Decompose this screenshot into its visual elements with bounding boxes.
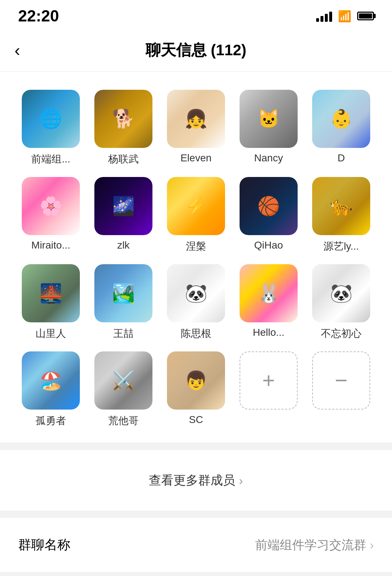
member-item[interactable]: 🏖️孤勇者 bbox=[18, 351, 83, 428]
group-name-label: 群聊名称 bbox=[18, 536, 70, 554]
member-name: zlk bbox=[117, 239, 130, 251]
member-item[interactable]: 🏞️王喆 bbox=[91, 264, 156, 341]
member-name: Hello... bbox=[253, 327, 284, 338]
member-name: 荒他哥 bbox=[108, 414, 139, 428]
member-item[interactable]: 🐼不忘初心 bbox=[309, 264, 374, 341]
member-name: 孤勇者 bbox=[36, 414, 66, 428]
view-more-text: 查看更多群成员 bbox=[149, 472, 235, 489]
member-avatar: 🌐 bbox=[22, 90, 80, 148]
status-bar: 22:20 📶 bbox=[0, 0, 392, 29]
page-title: 聊天信息 (112) bbox=[146, 40, 246, 60]
view-more-section: 查看更多群成员 › bbox=[0, 450, 392, 511]
wifi-icon: 📶 bbox=[338, 10, 351, 23]
member-item[interactable]: 🌉山里人 bbox=[18, 264, 83, 341]
divider-3 bbox=[0, 572, 392, 576]
member-name: 前端组... bbox=[31, 152, 70, 166]
member-item[interactable]: 🐰Hello... bbox=[236, 264, 301, 341]
divider-1 bbox=[0, 442, 392, 450]
member-avatar: ⚔️ bbox=[94, 351, 152, 410]
member-item[interactable]: 🐆源艺ly... bbox=[309, 177, 374, 253]
member-name: 不忘初心 bbox=[321, 327, 362, 341]
member-name: Eleven bbox=[180, 152, 212, 164]
member-item[interactable]: 🐼陈思根 bbox=[163, 264, 229, 341]
main-content: 🌐前端组...🐕杨联武👧Eleven🐱Nancy👶D🌸Miraito...🌌zl… bbox=[0, 72, 392, 442]
group-name-value: 前端组件学习交流群 bbox=[255, 537, 366, 553]
member-name: 杨联武 bbox=[108, 152, 139, 166]
member-avatar: 🌌 bbox=[94, 177, 152, 235]
group-info-section: 群聊名称 前端组件学习交流群 › bbox=[0, 518, 392, 572]
member-avatar: 🐆 bbox=[312, 177, 370, 235]
signal-icon bbox=[316, 10, 332, 22]
remove-member-button[interactable]: − bbox=[309, 351, 374, 428]
member-name: 山里人 bbox=[36, 327, 66, 341]
member-item[interactable]: 🌸Miraito... bbox=[18, 177, 83, 253]
member-avatar: ⚡ bbox=[167, 177, 225, 235]
member-item[interactable]: 👶D bbox=[309, 90, 374, 166]
members-grid: 🌐前端组...🐕杨联武👧Eleven🐱Nancy👶D🌸Miraito...🌌zl… bbox=[18, 86, 374, 431]
member-item[interactable]: ⚔️荒他哥 bbox=[91, 351, 156, 428]
member-name: Miraito... bbox=[31, 239, 70, 251]
add-member-button[interactable]: + bbox=[236, 351, 301, 428]
member-name: QiHao bbox=[254, 239, 283, 251]
member-name: 陈思根 bbox=[181, 327, 211, 341]
member-name: 王喆 bbox=[113, 327, 134, 341]
member-item[interactable]: 🏀QiHao bbox=[236, 177, 301, 253]
group-name-value-button[interactable]: 前端组件学习交流群 › bbox=[255, 537, 374, 553]
member-name: SC bbox=[189, 414, 203, 426]
add-icon[interactable]: + bbox=[240, 351, 298, 410]
member-item[interactable]: 🐱Nancy bbox=[236, 90, 301, 166]
member-item[interactable]: 🐕杨联武 bbox=[91, 90, 156, 166]
member-avatar: 👧 bbox=[167, 90, 225, 148]
member-avatar: 🐰 bbox=[240, 264, 298, 322]
battery-icon bbox=[357, 12, 374, 20]
view-more-button[interactable]: 查看更多群成员 › bbox=[18, 465, 374, 496]
member-avatar: 🏞️ bbox=[94, 264, 152, 322]
divider-2 bbox=[0, 511, 392, 518]
status-time: 22:20 bbox=[18, 7, 59, 25]
member-item[interactable]: 🌌zlk bbox=[91, 177, 156, 253]
member-avatar: 🐼 bbox=[312, 264, 370, 322]
status-icons: 📶 bbox=[316, 10, 374, 23]
member-avatar: 🐕 bbox=[94, 90, 152, 148]
member-name: 源艺ly... bbox=[323, 239, 359, 253]
member-avatar: 🏖️ bbox=[22, 351, 80, 410]
member-item[interactable]: 👧Eleven bbox=[163, 90, 229, 166]
page-header: ‹ 聊天信息 (112) bbox=[0, 29, 392, 72]
member-item[interactable]: 🌐前端组... bbox=[18, 90, 83, 166]
member-item[interactable]: 👦SC bbox=[163, 351, 229, 428]
remove-icon[interactable]: − bbox=[312, 351, 370, 410]
member-avatar: 🌸 bbox=[22, 177, 80, 235]
member-avatar: 🐼 bbox=[167, 264, 225, 322]
back-button[interactable]: ‹ bbox=[15, 40, 20, 60]
member-avatar: 🐱 bbox=[240, 90, 298, 148]
group-name-row: 群聊名称 前端组件学习交流群 › bbox=[18, 529, 374, 561]
member-avatar: 👦 bbox=[167, 351, 225, 410]
member-name: D bbox=[338, 152, 345, 164]
member-name: 涅槃 bbox=[186, 239, 206, 253]
member-avatar: 👶 bbox=[312, 90, 370, 148]
member-item[interactable]: ⚡涅槃 bbox=[163, 177, 229, 253]
member-avatar: 🏀 bbox=[240, 177, 298, 235]
view-more-arrow: › bbox=[239, 474, 243, 488]
member-name: Nancy bbox=[254, 152, 283, 164]
member-avatar: 🌉 bbox=[22, 264, 80, 322]
group-name-arrow: › bbox=[370, 538, 374, 552]
